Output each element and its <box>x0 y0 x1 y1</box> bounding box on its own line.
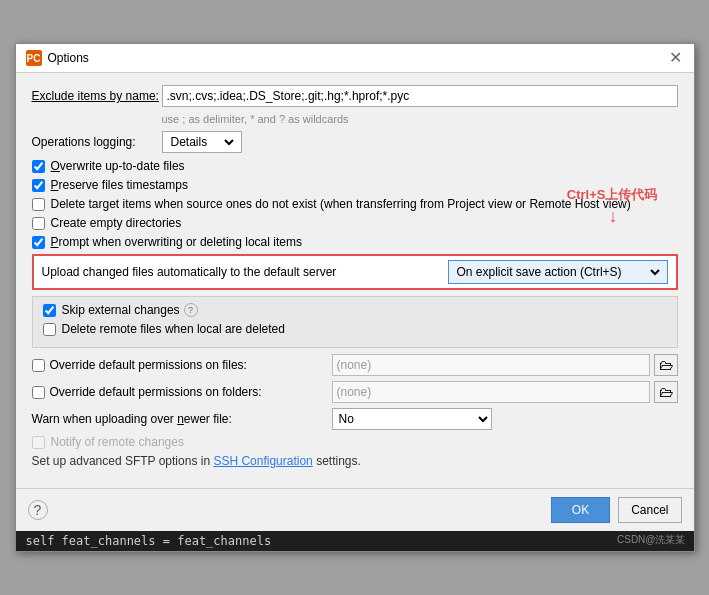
delete-remote-row: Delete remote files when local are delet… <box>43 322 667 336</box>
checkbox-preserve: Preserve files timestamps <box>32 178 678 192</box>
prompt-label: Prompt when overwriting or deleting loca… <box>51 235 302 249</box>
delete-remote-label: Delete remote files when local are delet… <box>62 322 285 336</box>
delete-remote-checkbox[interactable] <box>43 323 56 336</box>
help-button[interactable]: ? <box>28 500 48 520</box>
exclude-label: Exclude items by name: <box>32 89 162 103</box>
footer: ? OK Cancel <box>16 488 694 531</box>
exclude-input[interactable] <box>162 85 678 107</box>
permissions-files-input[interactable] <box>332 354 650 376</box>
permissions-folders-row: Override default permissions on folders:… <box>32 381 678 403</box>
ssh-text-suffix: settings. <box>313 454 361 468</box>
subsection: Skip external changes ? Delete remote fi… <box>32 296 678 348</box>
notify-label: Notify of remote changes <box>51 435 184 449</box>
ssh-text-prefix: Set up advanced SFTP options in <box>32 454 214 468</box>
operations-logging-row: Operations logging: Details Info None <box>32 131 678 153</box>
checkbox-overwrite: Overwrite up-to-date files <box>32 159 678 173</box>
permissions-folders-folder-btn[interactable]: 🗁 <box>654 381 678 403</box>
upload-label: Upload changed files automatically to th… <box>42 265 337 279</box>
code-text: self feat_channels = feat_channels <box>26 534 272 548</box>
annotation-container: Ctrl+S上传代码 ↓ Upload changed files automa… <box>32 254 678 290</box>
checkbox-delete-target: Delete target items when source ones do … <box>32 197 678 211</box>
warn-label: Warn when uploading over newer file: <box>32 412 332 426</box>
code-watermark: CSDN@洗某某 <box>617 533 686 547</box>
exclude-hint: use ; as delimiter, * and ? as wildcards <box>162 113 678 125</box>
create-dirs-checkbox[interactable] <box>32 217 45 230</box>
permissions-folders-input[interactable] <box>332 381 650 403</box>
title-bar-left: PC Options <box>26 50 89 66</box>
warn-row: Warn when uploading over newer file: No … <box>32 408 678 430</box>
upload-select[interactable]: On explicit save action (Ctrl+S) Always … <box>448 260 668 284</box>
skip-external-help-icon[interactable]: ? <box>184 303 198 317</box>
warn-select[interactable]: No Yes Ask <box>332 408 492 430</box>
preserve-label: Preserve files timestamps <box>51 178 188 192</box>
permissions-folders-value-col: 🗁 <box>332 381 678 403</box>
options-dialog: PC Options ✕ Exclude items by name: use … <box>15 43 695 552</box>
preserve-checkbox[interactable] <box>32 179 45 192</box>
permissions-folders-checkbox[interactable] <box>32 386 45 399</box>
close-button[interactable]: ✕ <box>667 50 684 66</box>
skip-external-label: Skip external changes <box>62 303 180 317</box>
permissions-folders-label-col: Override default permissions on folders: <box>32 385 332 399</box>
operations-logging-label: Operations logging: <box>32 135 162 149</box>
prompt-checkbox[interactable] <box>32 236 45 249</box>
notify-row: Notify of remote changes <box>32 435 678 449</box>
delete-target-checkbox[interactable] <box>32 198 45 211</box>
notify-checkbox <box>32 436 45 449</box>
permissions-files-row: Override default permissions on files: 🗁 <box>32 354 678 376</box>
create-dirs-label: Create empty directories <box>51 216 182 230</box>
operations-logging-dropdown[interactable]: Details Info None <box>167 134 237 150</box>
dialog-content: Exclude items by name: use ; as delimite… <box>16 73 694 488</box>
upload-row: Upload changed files automatically to th… <box>32 254 678 290</box>
checkbox-create-dirs: Create empty directories <box>32 216 678 230</box>
ssh-link[interactable]: SSH Configuration <box>213 454 312 468</box>
permissions-files-value-col: 🗁 <box>332 354 678 376</box>
upload-dropdown[interactable]: On explicit save action (Ctrl+S) Always … <box>453 264 663 280</box>
skip-external-row: Skip external changes ? <box>43 303 667 317</box>
exclude-row: Exclude items by name: <box>32 85 678 107</box>
permissions-files-label-col: Override default permissions on files: <box>32 358 332 372</box>
title-bar: PC Options ✕ <box>16 44 694 73</box>
permissions-files-label: Override default permissions on files: <box>50 358 247 372</box>
ssh-row: Set up advanced SFTP options in SSH Conf… <box>32 454 678 468</box>
permissions-folders-label: Override default permissions on folders: <box>50 385 262 399</box>
overwrite-checkbox[interactable] <box>32 160 45 173</box>
delete-target-label: Delete target items when source ones do … <box>51 197 631 211</box>
permissions-files-folder-btn[interactable]: 🗁 <box>654 354 678 376</box>
checkbox-prompt: Prompt when overwriting or deleting loca… <box>32 235 678 249</box>
overwrite-label: Overwrite up-to-date files <box>51 159 185 173</box>
app-icon: PC <box>26 50 42 66</box>
ok-button[interactable]: OK <box>551 497 610 523</box>
cancel-button[interactable]: Cancel <box>618 497 681 523</box>
dialog-title: Options <box>48 51 89 65</box>
footer-buttons: OK Cancel <box>551 497 682 523</box>
permissions-files-checkbox[interactable] <box>32 359 45 372</box>
skip-external-checkbox[interactable] <box>43 304 56 317</box>
code-strip: self feat_channels = feat_channels CSDN@… <box>16 531 694 551</box>
operations-logging-select[interactable]: Details Info None <box>162 131 242 153</box>
